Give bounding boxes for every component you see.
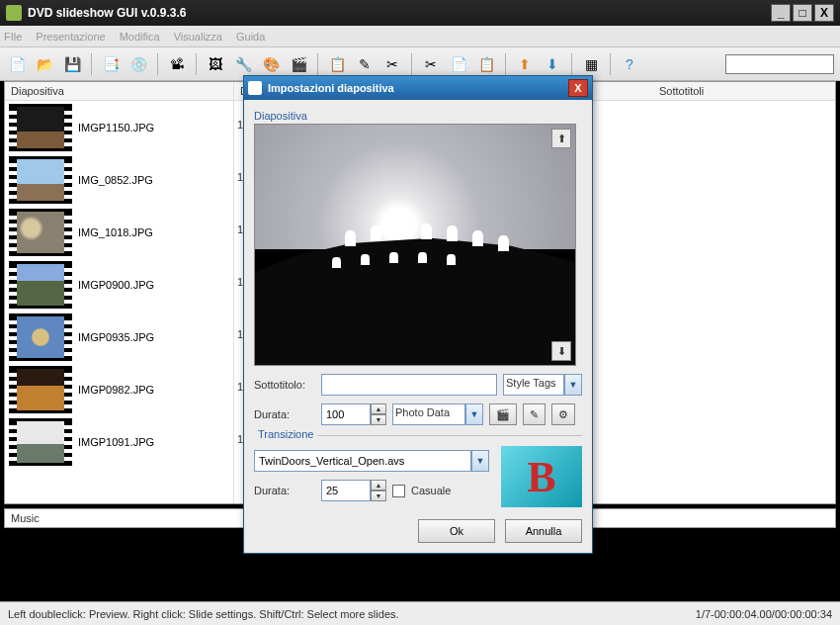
dialog-titlebar[interactable]: Impostazioni diapositiva X — [244, 76, 592, 100]
subtitle-label: Sottotitolo: — [254, 379, 315, 391]
cancel-button[interactable]: Annulla — [505, 519, 582, 543]
slide-name: IMGP1091.JPG — [78, 436, 154, 448]
dialog-title: Impostazioni diapositiva — [268, 82, 568, 94]
add-slide-icon[interactable]: 🖼 — [205, 53, 226, 75]
dialog-icon — [248, 81, 262, 95]
menu-modifica[interactable]: Modifica — [120, 31, 160, 43]
menu-guida[interactable]: Guida — [236, 31, 265, 43]
menubar: FIle Presentazione Modifica Visualizza G… — [0, 26, 840, 47]
slide-name: IMG_0852.JPG — [78, 174, 153, 186]
ok-button[interactable]: Ok — [418, 519, 495, 543]
copy-icon[interactable]: 📋 — [326, 53, 348, 75]
titlebar: DVD slideshow GUI v.0.9.3.6 _ □ X — [0, 0, 840, 26]
arrow-down-icon[interactable]: ⬇ — [542, 53, 563, 75]
slide-name: IMGP1150.JPG — [78, 122, 154, 134]
menu-file[interactable]: FIle — [4, 31, 22, 43]
list-item[interactable]: IMGP0935.JPG — [5, 311, 233, 363]
transition-select[interactable] — [254, 450, 471, 472]
random-label: Casuale — [411, 485, 451, 496]
minimize-button[interactable]: _ — [771, 4, 791, 22]
new-icon[interactable]: 📄 — [6, 53, 28, 75]
group-slide-label: Diapositiva — [254, 110, 582, 122]
edit-icon[interactable]: ✎ — [354, 53, 376, 75]
export-icon[interactable]: 📑 — [100, 53, 122, 75]
status-right: 1/7-00:00:04.00/00:00:00:34 — [696, 608, 832, 620]
photo-data-select[interactable]: Photo Data — [392, 403, 465, 425]
settings-button[interactable]: ⚙ — [551, 403, 575, 425]
slide-name: IMGP0900.JPG — [78, 279, 154, 291]
spin-down-icon[interactable]: ▼ — [371, 491, 386, 501]
search-input[interactable] — [725, 54, 834, 74]
slide-name: IMGP0935.JPG — [78, 331, 154, 343]
app-icon — [6, 5, 22, 21]
style-tags-select[interactable]: Style Tags — [503, 374, 564, 396]
slide-name: IMG_1018.JPG — [78, 226, 153, 238]
maximize-button[interactable]: □ — [793, 4, 812, 22]
spin-down-icon[interactable]: ▼ — [371, 414, 386, 425]
list-item[interactable]: IMG_1018.JPG — [5, 206, 233, 258]
duration-label: Durata: — [254, 408, 315, 420]
list-item[interactable]: IMGP1091.JPG — [5, 415, 233, 468]
crop-icon[interactable]: ✂ — [381, 53, 403, 75]
cut-icon[interactable]: ✂ — [420, 53, 442, 75]
clapper-button[interactable]: 🎬 — [489, 403, 517, 425]
trans-duration-label: Durata: — [254, 485, 315, 496]
status-left: Left doubleclick: Preview. Right click: … — [8, 608, 399, 620]
nav-down-button[interactable]: ⬇ — [551, 341, 571, 361]
group-transition-label: Transizione — [254, 428, 317, 440]
spin-up-icon[interactable]: ▲ — [371, 403, 386, 414]
projector-icon[interactable]: 📽 — [166, 53, 188, 75]
save-icon[interactable]: 💾 — [61, 53, 83, 75]
photo-data-dropdown-icon[interactable]: ▼ — [465, 403, 483, 425]
open-icon[interactable]: 📂 — [34, 53, 55, 75]
nav-up-button[interactable]: ⬆ — [551, 129, 571, 148]
arrow-up-icon[interactable]: ⬆ — [514, 53, 536, 75]
grid-icon[interactable]: ▦ — [580, 53, 602, 75]
paste-icon[interactable]: 📋 — [475, 53, 497, 75]
menu-presentazione[interactable]: Presentazione — [36, 31, 105, 43]
style-tags-dropdown-icon[interactable]: ▼ — [564, 374, 582, 396]
copy2-icon[interactable]: 📄 — [448, 53, 469, 75]
subtitle-input[interactable] — [321, 374, 497, 396]
pencil-button[interactable]: ✎ — [523, 403, 546, 425]
duration-input[interactable] — [321, 403, 371, 425]
spin-up-icon[interactable]: ▲ — [371, 480, 386, 491]
list-item[interactable]: IMGP0900.JPG — [5, 258, 233, 311]
slide-preview: ⬆ ⬇ — [254, 124, 576, 366]
slide-settings-dialog: Impostazioni diapositiva X Diapositiva ⬆… — [243, 75, 593, 554]
transition-dropdown-icon[interactable]: ▼ — [471, 450, 489, 472]
slide-name: IMGP0982.JPG — [78, 384, 154, 396]
close-button[interactable]: X — [814, 4, 834, 22]
statusbar: Left doubleclick: Preview. Right click: … — [0, 601, 840, 625]
app-title: DVD slideshow GUI v.0.9.3.6 — [28, 6, 769, 20]
transition-preview: B — [501, 446, 582, 507]
tool-c-icon[interactable]: 🎬 — [288, 53, 309, 75]
tool-b-icon[interactable]: 🎨 — [260, 53, 282, 75]
list-item[interactable]: IMGP0982.JPG — [5, 363, 233, 415]
column-slides: Diapositiva IMGP1150.JPG IMG_0852.JPG IM… — [5, 82, 234, 503]
column-header-slide[interactable]: Diapositiva — [5, 82, 233, 101]
list-item[interactable]: IMG_0852.JPG — [5, 153, 233, 206]
random-checkbox[interactable] — [392, 485, 405, 497]
dialog-close-button[interactable]: X — [568, 79, 588, 97]
trans-duration-input[interactable] — [321, 480, 371, 501]
tool-a-icon[interactable]: 🔧 — [232, 53, 254, 75]
menu-visualizza[interactable]: Visualizza — [174, 31, 222, 43]
help-icon[interactable]: ? — [619, 53, 640, 75]
disc-icon[interactable]: 💿 — [127, 53, 149, 75]
list-item[interactable]: IMGP1150.JPG — [5, 101, 233, 153]
